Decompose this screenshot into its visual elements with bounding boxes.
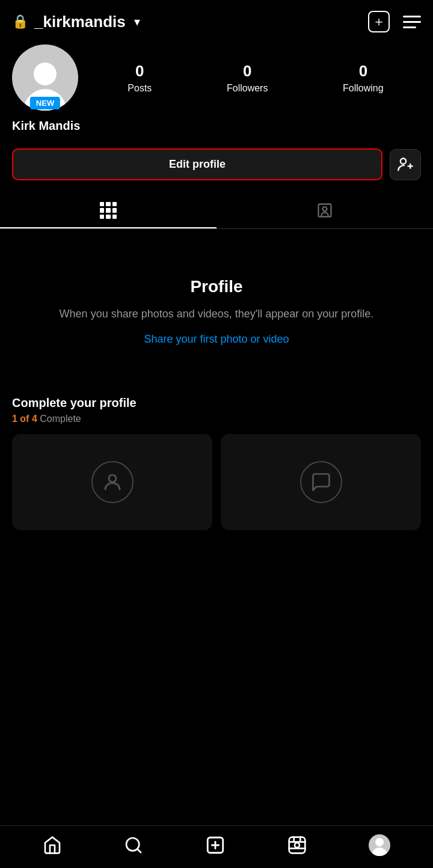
header-right: ＋ — [368, 11, 421, 32]
chevron-down-icon[interactable]: ▾ — [134, 14, 140, 29]
home-icon — [43, 836, 62, 855]
complete-profile-progress: 1 of 4 Complete — [12, 414, 421, 424]
svg-point-0 — [401, 158, 406, 164]
add-post-icon[interactable]: ＋ — [368, 11, 390, 32]
posts-count: 0 — [135, 62, 144, 81]
new-badge: NEW — [30, 97, 60, 109]
profile-section: NEW 0 Posts 0 Followers 0 Following Kirk… — [0, 38, 433, 142]
svg-point-4 — [323, 207, 327, 211]
share-first-photo-link[interactable]: Share your first photo or video — [144, 333, 289, 346]
stat-following[interactable]: 0 Following — [343, 62, 384, 94]
following-label: Following — [343, 83, 384, 94]
hamburger-line-bot — [403, 26, 416, 28]
nav-avatar-body — [372, 848, 387, 856]
empty-state-description: When you share photos and videos, they'l… — [60, 306, 374, 322]
nav-create[interactable] — [205, 835, 226, 855]
tab-grid[interactable] — [0, 192, 216, 228]
profile-tabs — [0, 192, 433, 229]
card-message-icon-circle — [300, 461, 342, 503]
avatar-wrap[interactable]: NEW — [12, 44, 78, 111]
complete-card-photo[interactable] — [12, 434, 212, 530]
card-photo-icon-circle — [91, 461, 134, 503]
hamburger-line-mid — [403, 21, 421, 23]
person-circle-icon — [102, 471, 123, 493]
avatar-head — [34, 63, 57, 85]
svg-rect-11 — [289, 837, 305, 854]
nav-reels[interactable] — [287, 836, 307, 855]
plus-icon: ＋ — [372, 13, 385, 31]
nav-profile[interactable] — [369, 834, 390, 856]
profile-display-name: Kirk Mandis — [12, 119, 421, 133]
svg-point-5 — [109, 475, 116, 482]
posts-label: Posts — [127, 83, 152, 94]
profile-top: NEW 0 Posts 0 Followers 0 Following — [12, 44, 421, 111]
edit-profile-row: Edit profile — [0, 142, 433, 186]
nav-avatar-head — [375, 838, 384, 846]
nav-home[interactable] — [43, 836, 62, 855]
nav-avatar-person — [369, 834, 390, 856]
complete-profile-section: Complete your profile 1 of 4 Complete — [0, 382, 433, 540]
nav-search[interactable] — [124, 836, 143, 855]
bottom-navigation — [0, 825, 433, 868]
nav-avatar — [369, 834, 390, 856]
svg-line-7 — [137, 849, 141, 852]
hamburger-line-top — [403, 16, 421, 17]
search-icon — [124, 836, 143, 855]
stats-container: 0 Posts 0 Followers 0 Following — [90, 62, 421, 94]
complete-card-message[interactable] — [221, 434, 421, 530]
progress-count: 1 of 4 — [12, 414, 37, 424]
profile-empty-state: Profile When you share photos and videos… — [0, 229, 433, 382]
grid-icon — [100, 202, 117, 219]
add-person-icon — [397, 156, 414, 173]
stat-followers[interactable]: 0 Followers — [227, 62, 268, 94]
chat-circle-icon — [310, 471, 332, 493]
following-count: 0 — [359, 62, 367, 81]
complete-cards-row — [12, 434, 421, 530]
edit-profile-button[interactable]: Edit profile — [12, 148, 382, 180]
create-icon — [205, 835, 226, 855]
add-friend-button[interactable] — [390, 149, 421, 180]
header: 🔒 _kirkmandis ▾ ＋ — [0, 0, 433, 38]
menu-icon[interactable] — [403, 16, 421, 28]
tab-tagged[interactable] — [216, 192, 433, 228]
followers-count: 0 — [243, 62, 251, 81]
reels-icon — [287, 836, 307, 855]
followers-label: Followers — [227, 83, 268, 94]
empty-state-title: Profile — [190, 277, 242, 296]
lock-icon: 🔒 — [12, 14, 28, 29]
svg-point-12 — [295, 843, 299, 848]
stat-posts[interactable]: 0 Posts — [127, 62, 152, 94]
complete-profile-title: Complete your profile — [12, 396, 421, 410]
complete-label: Complete — [40, 414, 81, 424]
tagged-icon — [316, 202, 333, 219]
header-left: 🔒 _kirkmandis ▾ — [12, 13, 140, 31]
username-text[interactable]: _kirkmandis — [34, 13, 126, 31]
